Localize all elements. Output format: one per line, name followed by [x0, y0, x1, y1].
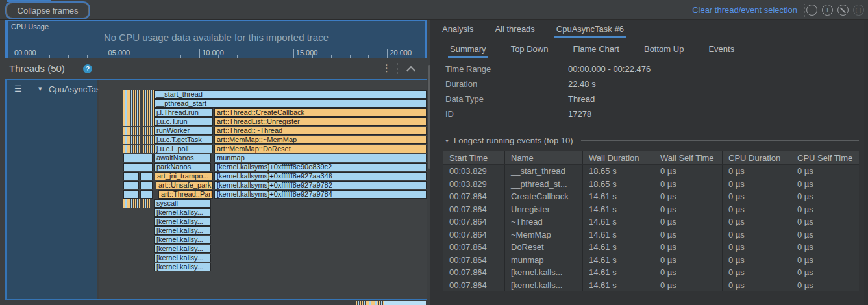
collapse-frames-button[interactable]: Collapse frames [6, 3, 89, 18]
flame-stripes[interactable] [123, 117, 140, 126]
flame-bar[interactable] [123, 190, 139, 199]
table-cell: 14.61 s [582, 254, 654, 267]
flame-stripes[interactable] [123, 199, 140, 208]
flame-bar[interactable]: [kernel.kallsy... [154, 208, 211, 217]
flame-bar[interactable]: j.l.Thread.run [154, 108, 213, 117]
flame-bar[interactable]: [kernel.kallsy... [154, 226, 211, 235]
tab-cpuasynctask-6[interactable]: CpuAsyncTask #6 [554, 20, 626, 38]
section-collapse-icon[interactable]: ▾ [445, 137, 449, 144]
flame-bar[interactable]: [kernel.kallsy... [154, 236, 211, 244]
column-header[interactable]: Name [504, 151, 582, 164]
column-header[interactable]: CPU Self Time [791, 151, 859, 164]
flame-bar[interactable]: art::MemMap::DoReset [214, 145, 427, 153]
flame-bar[interactable] [123, 163, 153, 171]
flame-bar[interactable]: j.u.c.T.run [154, 117, 213, 126]
flame-bar[interactable]: [kernel.kallsy... [154, 254, 211, 262]
flame-bar[interactable] [123, 181, 139, 189]
flame-bar[interactable]: [kernel.kallsyms]+0xffffff8e90e839c2 [214, 163, 427, 171]
help-icon[interactable]: ? [83, 64, 92, 73]
flame-bar[interactable]: awaitNanos [154, 154, 211, 162]
column-header[interactable]: Wall Self Time [654, 151, 722, 164]
drag-handle-icon[interactable]: ☰ [14, 84, 22, 93]
table-row[interactable]: 00:07.864~MemMap14.61 s0 µs0 µs0 µs [443, 228, 859, 241]
table-cell: 00:07.864 [443, 266, 504, 279]
tab-analysis[interactable]: Analysis [440, 20, 475, 38]
flame-stripes[interactable] [143, 99, 154, 108]
collapse-panel-icon[interactable] [405, 65, 417, 74]
flame-bar[interactable]: __start_thread [154, 90, 427, 99]
flame-bar[interactable]: art::Thread::CreateCallback [214, 108, 427, 117]
flame-stripes[interactable] [143, 127, 154, 135]
timeline-ruler[interactable]: 00.00005.00010.00015.00020.000 [8, 45, 425, 58]
clear-selection-link[interactable]: Clear thread/event selection [692, 5, 797, 15]
flame-bar[interactable]: j.u.c.L.poll [154, 145, 213, 153]
table-row[interactable]: 00:07.864[kernel.kalls...14.61 s0 µs0 µs… [443, 279, 859, 292]
flame-stripes[interactable] [123, 99, 140, 108]
table-row[interactable]: 00:07.864DoReset14.61 s0 µs0 µs0 µs [443, 241, 859, 254]
flame-stripes[interactable] [123, 145, 140, 153]
flame-bar[interactable]: runWorker [154, 127, 213, 135]
flame-bar[interactable] [123, 172, 139, 180]
table-row[interactable]: 00:07.864Unregister14.61 s0 µs0 µs0 µs [443, 203, 859, 216]
table-row[interactable]: 00:03.829__pthread_st...18.65 s0 µs0 µs0… [443, 178, 859, 191]
flame-bar[interactable]: art::Unsafe_park [156, 181, 213, 189]
flame-stripes[interactable] [143, 90, 154, 99]
table-row[interactable]: 00:07.864CreateCallback14.61 s0 µs0 µs0 … [443, 190, 859, 203]
flame-bar[interactable]: parkNanos [154, 163, 211, 171]
subtab-bottom-up[interactable]: Bottom Up [642, 40, 686, 58]
flame-bar[interactable]: [kernel.kallsyms]+0xffffff8e927a9784 [214, 190, 427, 199]
flame-stripes[interactable] [123, 90, 140, 99]
flame-bar[interactable] [140, 190, 153, 199]
flame-bar[interactable]: art_jni_trampo... [155, 172, 213, 180]
reset-zoom-icon[interactable] [837, 5, 849, 16]
next-thread-partial-stripes[interactable] [356, 301, 384, 305]
thread-expand-icon[interactable]: ▾ [38, 84, 42, 93]
flame-stripes[interactable] [123, 108, 140, 117]
table-cell: 18.65 s [582, 165, 654, 178]
flame-bar[interactable]: [kernel.kallsyms]+0xffffff8e927a9782 [214, 181, 427, 189]
tab-all-threads[interactable]: All threads [493, 20, 536, 38]
table-row[interactable]: 00:07.864munmap14.61 s0 µs0 µs0 µs [443, 254, 859, 267]
flame-bar[interactable]: art::Thread::~Thread [214, 127, 427, 135]
flame-stripes[interactable] [143, 145, 154, 153]
flame-stripes[interactable] [123, 127, 140, 135]
next-thread-partial-bar[interactable] [384, 301, 426, 305]
flame-bar[interactable] [140, 172, 153, 180]
thread-callstack-chart[interactable]: __start_thread__pthread_startj.l.Thread.… [99, 80, 427, 299]
flame-bar[interactable] [123, 154, 153, 162]
column-header[interactable]: CPU Duration [722, 151, 791, 164]
thread-track-header[interactable]: ☰ ▾ CpuAsyncTask #6 [7, 80, 97, 299]
flame-bar[interactable]: art::ThreadList::Unregister [214, 117, 427, 126]
flame-bar[interactable]: j.u.c.T.getTask [154, 136, 213, 144]
flame-bar[interactable]: [kernel.kallsy... [154, 217, 211, 226]
zoom-out-icon[interactable]: − [806, 5, 817, 16]
flame-bar[interactable]: art::Thread::Park [158, 190, 213, 199]
flame-bar[interactable] [140, 181, 153, 189]
flame-bar[interactable]: [kernel.kallsy... [154, 245, 211, 253]
table-cell: 0 µs [722, 279, 791, 292]
flame-stripes[interactable] [143, 199, 151, 208]
zoom-in-icon[interactable]: + [822, 5, 833, 16]
flame-bar[interactable]: [kernel.kallsy... [154, 263, 211, 271]
flame-bar[interactable]: munmap [214, 154, 427, 162]
subtab-flame-chart[interactable]: Flame Chart [571, 40, 621, 58]
subtab-summary[interactable]: Summary [448, 40, 488, 58]
cpu-usage-panel[interactable]: CPU Usage No CPU usage data available fo… [5, 20, 427, 58]
subtab-top-down[interactable]: Top Down [509, 40, 551, 58]
flame-stripes[interactable] [143, 136, 154, 144]
column-header[interactable]: Wall Duration [582, 151, 654, 164]
table-row[interactable]: 00:07.864~Thread14.61 s0 µs0 µs0 µs [443, 215, 859, 228]
flame-bar[interactable]: [kernel.kallsyms]+0xffffff8e927aa346 [214, 172, 427, 180]
more-options-icon[interactable]: ⋮ [382, 62, 391, 74]
flame-stripes[interactable] [143, 108, 154, 117]
flame-bar[interactable]: __pthread_start [154, 99, 427, 108]
flame-bar[interactable]: syscall [154, 199, 211, 208]
flame-stripes[interactable] [143, 117, 154, 126]
summary-field-row: ID17278 [445, 106, 651, 121]
column-header[interactable]: Start Time [443, 151, 504, 164]
table-row[interactable]: 00:07.864[kernel.kalls...14.61 s0 µs0 µs… [443, 266, 859, 279]
flame-stripes[interactable] [123, 136, 140, 144]
subtab-events[interactable]: Events [706, 40, 736, 58]
flame-bar[interactable]: art::MemMap::~MemMap [214, 136, 427, 144]
table-row[interactable]: 00:03.829__start_thread18.65 s0 µs0 µs0 … [443, 165, 859, 178]
